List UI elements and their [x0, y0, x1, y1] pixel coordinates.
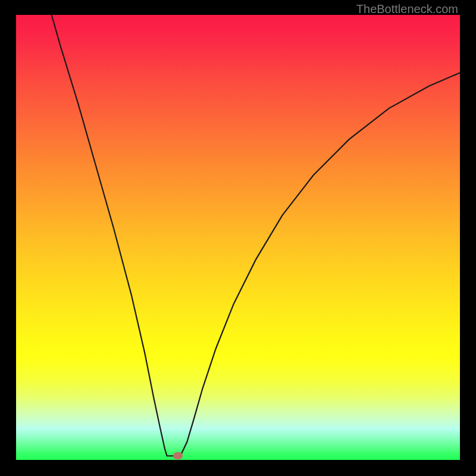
- plot-area: [16, 15, 460, 460]
- gradient-background: [16, 15, 460, 460]
- chart-frame: TheBottleneck.com: [0, 0, 476, 476]
- optimal-point-marker: [173, 452, 183, 459]
- watermark-text: TheBottleneck.com: [356, 2, 458, 16]
